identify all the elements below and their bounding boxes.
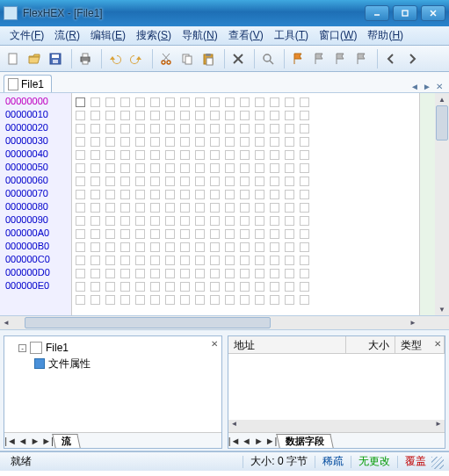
tabnav-next[interactable]: ► [253, 436, 265, 446]
paste-button[interactable] [199, 49, 218, 69]
tree-root[interactable]: - File1 [18, 340, 216, 356]
tabnav-prev[interactable]: ◄ [241, 436, 253, 446]
svg-rect-1 [402, 11, 408, 16]
menu-edit[interactable]: 编辑(E) [86, 26, 130, 45]
status-ready: 就绪 [5, 454, 37, 469]
file-tab-label: File1 [21, 78, 44, 90]
window-title: FlexHEX - [File1] [23, 7, 365, 19]
file-icon [30, 342, 42, 354]
resize-grip-icon[interactable] [431, 457, 444, 469]
list-body[interactable] [228, 354, 445, 420]
tab-next-button[interactable]: ► [421, 80, 433, 92]
delete-button[interactable] [228, 49, 248, 69]
minimize-button[interactable] [365, 5, 389, 21]
horizontal-scrollbar[interactable]: ◄► [0, 316, 449, 330]
print-button[interactable] [76, 49, 95, 69]
tab-prev-button[interactable]: ◄ [409, 80, 421, 92]
menu-nav[interactable]: 导航(N) [177, 26, 222, 45]
tabnav-first[interactable]: |◄ [4, 436, 17, 446]
tabnav-last[interactable]: ►| [41, 436, 54, 446]
hex-editor: 0000000000000010000000200000003000000040… [0, 93, 449, 316]
col-size[interactable]: 大小 [346, 336, 395, 353]
minus-icon: - [18, 344, 26, 352]
window-controls [365, 5, 445, 21]
offset-column: 0000000000000010000000200000003000000040… [0, 93, 72, 315]
flag-orange-button[interactable] [288, 49, 308, 69]
bottom-panels: ✕ - File1 文件属性 |◄ ◄ ► ►| 流 ✕ [0, 330, 449, 451]
tabnav-next[interactable]: ► [29, 436, 41, 446]
right-pane-tab[interactable]: 数据字段 [276, 434, 333, 448]
right-pane: ✕ 地址 大小 类型 ◄► |◄ ◄ ► ►| 数据字段 [228, 335, 446, 449]
svg-line-14 [163, 54, 169, 61]
list-header: 地址 大小 类型 [228, 336, 445, 354]
left-pane-tab[interactable]: 流 [52, 434, 80, 448]
col-address[interactable]: 地址 [228, 336, 347, 353]
tabnav-first[interactable]: |◄ [228, 436, 241, 446]
right-pane-hscroll[interactable]: ◄► [228, 420, 445, 432]
flag-gray1-button[interactable] [309, 49, 329, 69]
svg-line-23 [270, 61, 273, 64]
svg-rect-4 [9, 54, 17, 64]
svg-line-13 [163, 54, 170, 61]
left-pane: ✕ - File1 文件属性 |◄ ◄ ► ►| 流 [4, 335, 222, 449]
file-icon [8, 78, 18, 90]
menu-tools[interactable]: 工具(T) [270, 26, 313, 45]
file-tab-file1[interactable]: File1 [4, 75, 52, 92]
svg-rect-9 [83, 54, 88, 57]
menu-view[interactable]: 查看(V) [224, 26, 268, 45]
file-tab-bar: File1 ◄ ► ✕ [0, 72, 449, 93]
redo-button[interactable] [127, 49, 146, 69]
new-button[interactable] [4, 49, 23, 69]
tabnav-last[interactable]: ►| [265, 436, 278, 446]
nav-forward-button[interactable] [402, 49, 422, 69]
open-button[interactable] [25, 49, 44, 69]
svg-rect-7 [53, 60, 58, 63]
svg-rect-19 [206, 58, 213, 65]
right-pane-close-button[interactable]: ✕ [432, 338, 443, 349]
tabnav-prev[interactable]: ◄ [17, 436, 29, 446]
ascii-column [419, 93, 435, 315]
maximize-button[interactable] [393, 5, 417, 21]
file-tree[interactable]: - File1 文件属性 [4, 336, 221, 375]
status-overwrite: 覆盖 [400, 454, 431, 469]
menu-search[interactable]: 搜索(S) [132, 26, 176, 45]
menu-window[interactable]: 窗口(W) [315, 26, 361, 45]
vertical-scrollbar[interactable]: ▲ ▼ [435, 93, 449, 315]
menu-file[interactable]: 文件(F) [5, 26, 48, 45]
copy-button[interactable] [177, 49, 197, 69]
cut-button[interactable] [156, 49, 176, 69]
hex-grid[interactable] [72, 93, 419, 315]
svg-rect-16 [185, 56, 192, 64]
svg-point-11 [162, 61, 165, 64]
tree-child-label: 文件属性 [48, 357, 91, 371]
status-nochange: 无更改 [353, 454, 395, 469]
svg-point-12 [167, 61, 170, 64]
flag-gray2-button[interactable] [330, 49, 350, 69]
menu-bar: 文件(F) 流(R) 编辑(E) 搜索(S) 导航(N) 查看(V) 工具(T)… [0, 26, 449, 46]
find-button[interactable] [258, 49, 278, 69]
properties-icon [34, 358, 45, 369]
status-size: 大小: 0 字节 [245, 454, 313, 469]
svg-point-22 [264, 54, 271, 61]
nav-back-button[interactable] [381, 49, 401, 69]
left-pane-tabbar: |◄ ◄ ► ►| 流 [4, 432, 221, 448]
toolbar [0, 46, 449, 72]
close-button[interactable] [421, 5, 445, 21]
svg-rect-6 [52, 54, 59, 58]
tree-root-label: File1 [46, 342, 69, 354]
title-bar: FlexHEX - [File1] [0, 0, 449, 26]
left-pane-close-button[interactable]: ✕ [209, 338, 220, 349]
app-icon [4, 6, 18, 20]
save-button[interactable] [46, 49, 65, 69]
menu-stream[interactable]: 流(R) [50, 26, 84, 45]
status-bar: 就绪 大小: 0 字节 稀疏 无更改 覆盖 [0, 451, 449, 471]
svg-rect-10 [83, 61, 88, 64]
tree-child[interactable]: 文件属性 [18, 356, 216, 371]
undo-button[interactable] [105, 49, 125, 69]
menu-help[interactable]: 帮助(H) [363, 26, 408, 45]
svg-rect-18 [206, 54, 211, 56]
flag-gray3-button[interactable] [351, 49, 371, 69]
status-sparse: 稀疏 [317, 454, 349, 469]
right-pane-tabbar: |◄ ◄ ► ►| 数据字段 [228, 432, 445, 448]
tab-close-button[interactable]: ✕ [433, 80, 445, 92]
